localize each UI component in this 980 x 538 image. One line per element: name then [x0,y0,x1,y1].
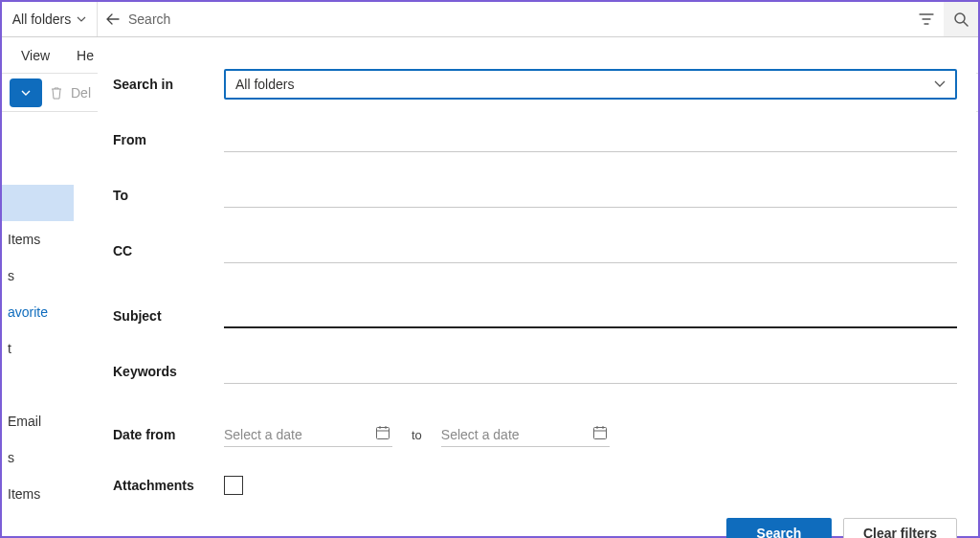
field-attachments: Attachments [113,462,957,508]
field-search-in: Search in All folders [113,56,957,112]
sidebar-item[interactable]: s [2,439,74,476]
search-scope-dropdown[interactable]: All folders [2,2,98,36]
sidebar-item[interactable]: Items [2,476,74,512]
to-input[interactable] [224,183,957,208]
trash-icon [50,86,63,100]
label-cc: CC [113,243,224,258]
tab-help[interactable]: He [77,48,94,63]
search-in-value: All folders [235,77,294,92]
field-to: To [113,168,957,223]
field-keywords: Keywords [113,344,957,399]
search-submit-button[interactable]: Search [726,518,832,538]
label-to: To [113,188,224,203]
field-subject: Subject [113,288,957,344]
subject-input[interactable] [224,303,957,328]
folder-sidebar: Items s avorite t Email s Items [2,148,74,536]
search-button[interactable] [944,2,978,36]
sidebar-item[interactable]: avorite [2,294,74,330]
chevron-down-icon [934,80,946,88]
keywords-input[interactable] [224,359,957,384]
chevron-down-icon [21,90,31,96]
cc-input[interactable] [224,238,957,263]
date-to-input[interactable] [441,422,610,447]
svg-rect-2 [593,428,606,439]
label-date-from: Date from [113,427,224,442]
search-back-button[interactable] [98,2,128,36]
label-attachments: Attachments [113,478,224,493]
search-input[interactable] [128,2,909,36]
search-icon [953,11,969,27]
calendar-icon[interactable] [592,425,608,440]
sidebar-item[interactable]: t [2,330,74,367]
sidebar-item[interactable]: Email [2,403,74,439]
calendar-icon[interactable] [375,425,390,440]
from-input[interactable] [224,127,957,152]
arrow-left-icon [106,12,120,26]
tab-view[interactable]: View [21,48,50,63]
advanced-search-panel: Search in All folders From To CC Subject [98,37,976,534]
new-mail-split-button[interactable] [10,78,42,107]
delete-label[interactable]: Del [71,85,91,101]
sidebar-item[interactable]: s [2,258,74,294]
field-from: From [113,112,957,168]
sidebar-item[interactable]: Items [2,221,74,258]
label-subject: Subject [113,308,224,324]
label-date-to: to [412,428,422,442]
attachments-checkbox[interactable] [224,476,243,495]
clear-filters-button[interactable]: Clear filters [843,518,957,538]
label-from: From [113,132,224,147]
sidebar-item[interactable] [2,185,74,221]
filter-button[interactable] [909,2,944,36]
search-in-select[interactable]: All folders [224,69,957,100]
filter-icon [919,11,934,27]
search-bar: All folders [2,2,978,37]
search-scope-label: All folders [12,11,71,27]
date-from-input[interactable] [224,422,392,447]
label-search-in: Search in [113,77,224,92]
field-date: Date from to [113,407,957,462]
chevron-down-icon [77,16,86,22]
panel-buttons: Search Clear filters [113,508,957,538]
field-cc: CC [113,223,957,279]
label-keywords: Keywords [113,364,224,379]
svg-rect-1 [377,428,390,439]
